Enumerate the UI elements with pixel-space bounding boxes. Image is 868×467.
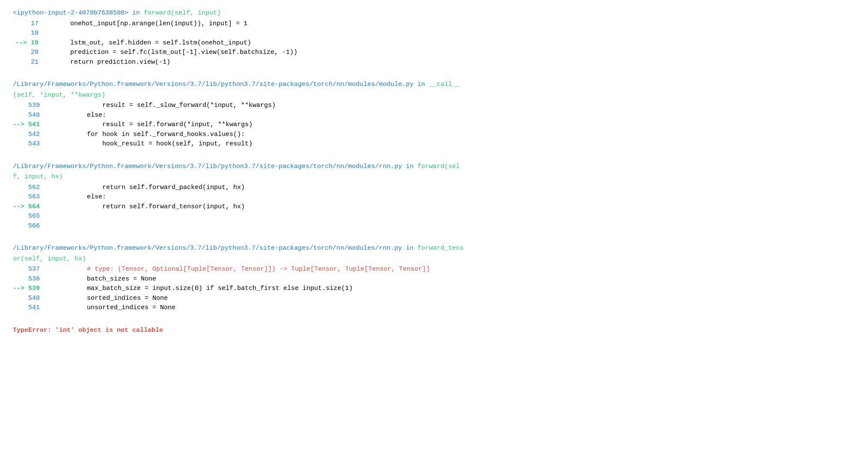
code-line-539b: --> 539 max_batch_size = input.size(0) i… [13,284,855,294]
code-line-543a: 543 hook_result = hook(self, input, resu… [13,139,855,149]
line-content-543a: hook_result = hook(self, input, result) [48,139,855,149]
traceback-block-2: /Library/Frameworks/Python.framework/Ver… [13,80,855,149]
code-line-542a: 542 for hook in self._forward_hooks.valu… [13,130,855,140]
line-content-541b: unsorted_indices = None [48,303,855,313]
code-line-539a: 539 result = self._slow_forward(*input, … [13,101,855,111]
file-header-2b: (self, *input, **kwargs) [13,91,855,100]
line-content-19: lstm_out, self.hidden = self.lstm(onehot… [47,38,855,48]
line-num-540a: 540 [13,111,48,121]
traceback-block-3: /Library/Frameworks/Python.framework/Ver… [13,162,855,231]
line-content-562: return self.forward_packed(input, hx) [48,183,855,193]
line-num-20: 20 [13,48,47,58]
line-content-540b: sorted_indices = None [48,294,855,304]
file-header-3: /Library/Frameworks/Python.framework/Ver… [13,162,855,172]
line-num-541b: 541 [13,303,48,313]
code-line-562: 562 return self.forward_packed(input, hx… [13,183,855,193]
line-num-18: 18 [13,29,47,38]
in-text-4: in [402,245,417,252]
func-name-1: forward(self, input) [144,9,221,17]
line-num-17: 17 [13,19,47,29]
func-name-2: __call__ [429,81,460,88]
traceback-block-4: /Library/Frameworks/Python.framework/Ver… [13,244,855,313]
line-content-566 [48,222,855,231]
code-line-17: 17 onehot_input[np.arange(len(input)), i… [13,19,855,29]
file-header-4: /Library/Frameworks/Python.framework/Ver… [13,244,855,254]
func-sig-2: (self, *input, **kwargs) [13,92,105,99]
func-sig-4: or(self, input, hx) [13,255,86,263]
line-content-537b: # type: (Tensor, Optional[Tuple[Tensor, … [48,265,855,275]
code-line-564: --> 564 return self.forward_tensor(input… [13,202,855,212]
error-message: TypeError: 'int' object is not callable [13,326,855,336]
line-content-538b: batch_sizes = None [48,275,855,284]
code-line-565: 565 [13,212,855,222]
traceback-block-1: <ipython-input-2-4070b7638500> in forwar… [13,9,855,67]
line-num-566: 566 [13,222,48,231]
code-line-540a: 540 else: [13,111,855,121]
line-arrow-539b: --> 539 [13,284,48,294]
code-line-18: 18 [13,29,855,38]
line-content-20: prediction = self.fc(lstm_out[-1].view(s… [47,48,855,58]
file-header-3b: f, input, hx) [13,172,855,182]
code-line-540b: 540 sorted_indices = None [13,294,855,304]
line-num-542a: 542 [13,130,48,140]
code-lines-4: 537 # type: (Tensor, Optional[Tuple[Tens… [13,265,855,313]
line-content-540a: else: [48,111,855,121]
line-num-21: 21 [13,58,47,68]
code-line-20: 20 prediction = self.fc(lstm_out[-1].vie… [13,48,855,58]
line-content-564: return self.forward_tensor(input, hx) [48,202,855,212]
file-path-2: /Library/Frameworks/Python.framework/Ver… [13,81,413,88]
line-num-539a: 539 [13,101,48,111]
code-line-19: --> 19 lstm_out, self.hidden = self.lstm… [13,38,855,48]
code-line-537b: 537 # type: (Tensor, Optional[Tuple[Tens… [13,265,855,275]
line-content-565 [48,212,855,222]
func-name-4: forward_tens [417,245,464,252]
line-content-21: return prediction.view(-1) [47,58,855,68]
line-content-17: onehot_input[np.arange(len(input)), inpu… [47,19,855,29]
code-line-541b: 541 unsorted_indices = None [13,303,855,313]
line-content-541a: result = self.forward(*input, **kwargs) [48,120,855,130]
file-path-1: <ipython-input-2-4070b7638500> [13,9,128,17]
line-content-563: else: [48,192,855,202]
code-line-563: 563 else: [13,192,855,202]
in-text-2: in [413,81,429,88]
line-content-18 [47,29,855,38]
line-num-537b: 537 [13,265,48,275]
file-path-3: /Library/Frameworks/Python.framework/Ver… [13,163,402,170]
line-arrow-564: --> 564 [13,202,48,212]
line-num-565: 565 [13,212,48,222]
code-line-541a: --> 541 result = self.forward(*input, **… [13,120,855,130]
line-arrow-541a: --> 541 [13,120,48,130]
code-line-566: 566 [13,222,855,231]
file-header-4b: or(self, input, hx) [13,254,855,264]
code-lines-1: 17 onehot_input[np.arange(len(input)), i… [13,19,855,68]
code-lines-2: 539 result = self._slow_forward(*input, … [13,101,855,149]
code-line-21: 21 return prediction.view(-1) [13,58,855,68]
line-num-538b: 538 [13,275,48,284]
line-arrow-19: --> 19 [13,38,47,48]
traceback-container: <ipython-input-2-4070b7638500> in forwar… [13,9,855,335]
line-num-540b: 540 [13,294,48,304]
file-header-1: <ipython-input-2-4070b7638500> in forwar… [13,9,855,18]
line-content-542a: for hook in self._forward_hooks.values()… [48,130,855,140]
file-path-4: /Library/Frameworks/Python.framework/Ver… [13,245,402,252]
line-content-539a: result = self._slow_forward(*input, **kw… [48,101,855,111]
func-sig-3: f, input, hx) [13,173,63,180]
line-num-562: 562 [13,183,48,193]
line-content-539b: max_batch_size = input.size(0) if self.b… [48,284,855,294]
in-text-3: in [402,163,417,170]
func-name-3: forward(sel [417,163,460,170]
code-lines-3: 562 return self.forward_packed(input, hx… [13,183,855,231]
file-header-2: /Library/Frameworks/Python.framework/Ver… [13,80,855,90]
line-num-563: 563 [13,192,48,202]
in-text-1: in [128,9,144,17]
code-line-538b: 538 batch_sizes = None [13,275,855,284]
line-num-543a: 543 [13,139,48,149]
